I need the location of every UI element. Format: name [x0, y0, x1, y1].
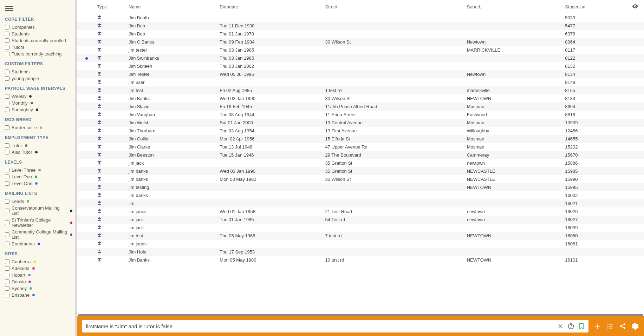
results-table-scroll[interactable]: Type Name Birthdate Street Suburb Studen… — [77, 0, 644, 314]
table-row[interactable]: Jim BanksWed 03 Jan 199030 Wilson StNEWT… — [77, 94, 644, 103]
table-row[interactable]: jim banksWed 03 Jan 199035 Grafton StNEW… — [77, 167, 644, 175]
filter-item[interactable]: Students — [5, 68, 72, 75]
filter-item[interactable]: Darwin — [5, 278, 72, 285]
table-row[interactable]: jim16021 — [77, 199, 644, 207]
filter-item[interactable]: Tutors currently teaching — [5, 51, 72, 57]
filter-item[interactable]: Weekly — [5, 93, 72, 100]
filter-checkbox[interactable] — [5, 70, 9, 74]
clear-search-button[interactable] — [557, 323, 564, 330]
filter-checkbox[interactable] — [5, 293, 9, 297]
settings-button[interactable] — [631, 322, 639, 330]
table-row[interactable]: Jim BeestonTue 15 Jan 194629 The Bouleva… — [77, 151, 644, 159]
filter-checkbox[interactable] — [5, 174, 9, 179]
table-row[interactable]: Jim WelshSat 01 Jan 200013 Central Avenu… — [77, 119, 644, 127]
filter-item[interactable]: Students — [5, 31, 72, 37]
filter-checkbox[interactable] — [5, 94, 9, 99]
filter-item[interactable]: Level Two — [5, 173, 72, 180]
filter-checkbox[interactable] — [5, 220, 9, 225]
filter-checkbox[interactable] — [5, 266, 9, 271]
table-row[interactable]: jim jackTue 01 Jan 198554 Test rdnewtown… — [77, 216, 644, 224]
bookmark-button[interactable] — [578, 323, 585, 330]
table-row[interactable]: jim testingNEWTOWN15995 — [77, 183, 644, 191]
col-birthdate[interactable]: Birthdate — [215, 0, 321, 14]
filter-checkbox[interactable] — [5, 143, 9, 148]
help-button[interactable] — [567, 323, 574, 330]
filter-item[interactable]: Community College Mailing List — [5, 229, 72, 241]
filter-item[interactable]: Companies — [5, 24, 72, 31]
table-row[interactable]: Jim ThorburnTue 03 Aug 195413 First Aven… — [77, 127, 644, 135]
filter-checkbox[interactable] — [5, 286, 9, 291]
table-row[interactable]: jim banksMon 03 May 198230 Wilson StNEWC… — [77, 175, 644, 183]
table-row[interactable]: jim jack16039 — [77, 224, 644, 232]
table-row[interactable]: jim jonesWed 01 Jan 195821 Test Roadnewt… — [77, 207, 644, 216]
filter-item[interactable]: Brisbane — [5, 292, 72, 298]
table-row[interactable]: Jim BobTue 11 Dec 19905477 — [77, 22, 644, 30]
search-input[interactable] — [86, 323, 557, 329]
filter-item[interactable]: Monthly — [5, 100, 72, 106]
filter-checkbox[interactable] — [5, 259, 9, 264]
table-row[interactable]: Jim C BanksThu 09 Feb 198430 Wilson StNe… — [77, 38, 644, 46]
table-row[interactable]: jim user8149 — [77, 78, 644, 86]
filter-checkbox[interactable] — [5, 76, 9, 81]
filter-checkbox[interactable] — [5, 168, 9, 172]
table-row[interactable]: Jim VaughanTue 08 Aug 194411 Erina Stree… — [77, 111, 644, 119]
filter-checkbox[interactable] — [5, 101, 9, 105]
filter-item[interactable]: Fortnightly — [5, 106, 72, 113]
filter-checkbox[interactable] — [5, 232, 9, 237]
table-row[interactable]: Jim BobThu 01 Jan 19706378 — [77, 30, 644, 38]
filter-item[interactable]: Students currently enrolled — [5, 37, 72, 44]
filter-checkbox[interactable] — [5, 273, 9, 277]
hamburger-menu-button[interactable] — [5, 4, 13, 13]
filter-checkbox[interactable] — [5, 150, 9, 154]
table-row[interactable]: Jim SixteenThu 03 Jan 20028132 — [77, 62, 644, 70]
filter-checkbox[interactable] — [5, 32, 9, 36]
filter-item[interactable]: Tutors — [5, 44, 72, 51]
table-row[interactable]: Jim SlavinFri 16 Feb 194511/ 55 Prince A… — [77, 103, 644, 111]
filter-checkbox[interactable] — [5, 181, 9, 186]
table-row[interactable]: jim jack35 Grafton Stnewtown15886 — [77, 159, 644, 167]
table-row[interactable]: jim testerThu 03 Jan 1985MARRICKVILLE811… — [77, 46, 644, 54]
table-row[interactable]: Jim TesterWed 05 Jul 1995Newtown8134 — [77, 70, 644, 78]
col-street[interactable]: Street — [321, 0, 462, 14]
col-name[interactable]: Name — [124, 0, 215, 14]
add-button[interactable] — [593, 322, 601, 330]
filter-item[interactable]: Adelaide — [5, 265, 72, 272]
filter-checkbox[interactable] — [5, 125, 9, 130]
table-row[interactable]: Jim HoleThu 17 Sep 1953 — [77, 248, 644, 256]
share-button[interactable] — [619, 322, 626, 330]
table-row[interactable]: Jim BanksMon 05 May 198010 test rdNEWTOW… — [77, 256, 644, 264]
column-visibility-button[interactable] — [626, 0, 644, 14]
col-student-number[interactable]: Student # — [561, 0, 626, 14]
filter-checkbox[interactable] — [5, 209, 9, 213]
filter-checkbox[interactable] — [5, 242, 9, 246]
filter-item[interactable]: Canberra — [5, 258, 72, 265]
filter-item[interactable]: St Trinian's College Newsletter — [5, 217, 72, 229]
filter-item[interactable]: Conservatorium Mailing List — [5, 205, 72, 217]
filter-item[interactable]: Border collie — [5, 124, 72, 131]
filter-checkbox[interactable] — [5, 199, 9, 204]
col-suburb[interactable]: Suburb — [463, 0, 561, 14]
list-view-button[interactable] — [606, 322, 614, 330]
filter-item[interactable]: Hobart — [5, 272, 72, 278]
table-row[interactable]: jim jones16061 — [77, 240, 644, 248]
sidebar-resize-handle[interactable] — [75, 0, 77, 336]
filter-checkbox[interactable] — [5, 25, 9, 29]
filter-checkbox[interactable] — [5, 279, 9, 284]
table-row[interactable]: jim testFri 02 Aug 19851 test rdmarrickv… — [77, 86, 644, 94]
filter-item[interactable]: Level Three — [5, 167, 72, 173]
filter-item[interactable]: Also Tutor — [5, 149, 72, 156]
table-row[interactable]: Jim CollierMon 02 Apr 195615 Elfrida StM… — [77, 135, 644, 143]
filter-item[interactable]: Tutor — [5, 142, 72, 149]
filter-checkbox[interactable] — [5, 52, 9, 56]
filter-item[interactable]: Leads — [5, 198, 72, 205]
filter-item[interactable]: Enrolments — [5, 241, 72, 247]
filter-checkbox[interactable] — [5, 45, 9, 50]
table-row[interactable]: Jim SwinbanksThu 03 Jan 19858122 — [77, 54, 644, 62]
table-row[interactable]: Jim Booth5039 — [77, 14, 644, 22]
table-row[interactable]: jim banks16002 — [77, 191, 644, 199]
table-row[interactable]: jim testThu 05 May 19667 test rdNEWTOWN1… — [77, 232, 644, 240]
filter-item[interactable]: Sydney — [5, 285, 72, 292]
filter-checkbox[interactable] — [5, 107, 9, 112]
col-type[interactable]: Type — [93, 0, 124, 14]
filter-checkbox[interactable] — [5, 38, 9, 43]
